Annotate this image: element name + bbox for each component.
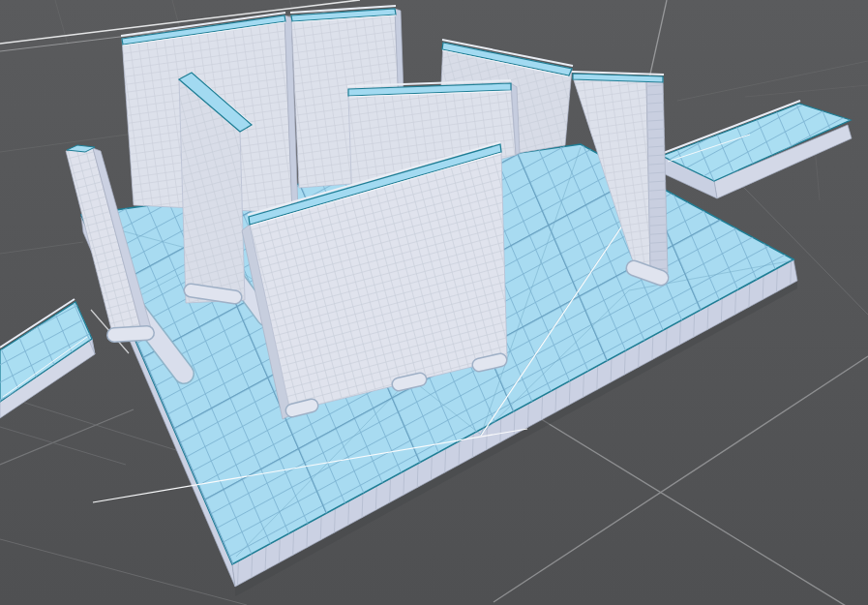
post-foot[interactable] (114, 333, 147, 335)
wall-foot[interactable] (399, 379, 420, 384)
wall-foot[interactable] (191, 290, 235, 297)
3d-viewport[interactable] (0, 0, 868, 605)
wall-foot[interactable] (292, 406, 312, 410)
wall-foot[interactable] (479, 360, 500, 365)
wall-foot[interactable] (634, 268, 661, 278)
scene-canvas[interactable] (0, 0, 868, 605)
